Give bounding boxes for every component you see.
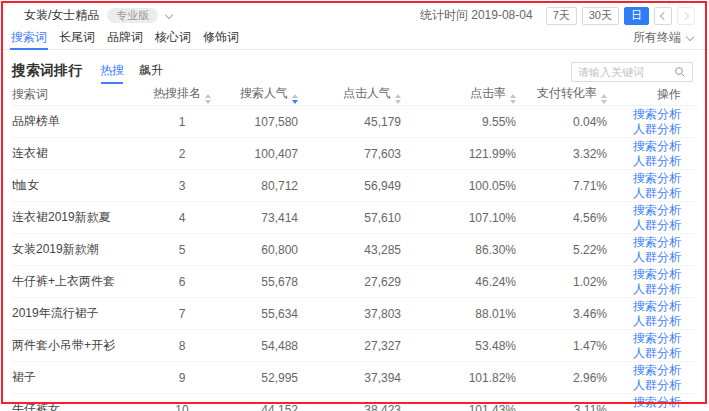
keyword-cell: 两件套小吊带+开衫 (12, 337, 152, 354)
search-analysis-link[interactable]: 搜索分析 (633, 139, 681, 153)
click-rate-cell: 86.30% (401, 243, 516, 257)
table-row: 两件套小吊带+开衫854,48827,32753.48%1.47%搜索分析人群分… (12, 330, 697, 362)
keyword-cell: 牛仔裤女 (12, 401, 152, 411)
table-row: 牛仔裤+上衣两件套655,67827,62946.24%1.02%搜索分析人群分… (12, 266, 697, 298)
action-cell: 搜索分析人群分析 (607, 299, 697, 328)
search-analysis-link[interactable]: 搜索分析 (633, 363, 681, 377)
keyword-search-box[interactable] (571, 62, 693, 82)
pay-conversion-cell: 7.71% (516, 179, 607, 193)
search-analysis-link[interactable]: 搜索分析 (633, 107, 681, 121)
click-popularity-cell: 27,327 (298, 339, 401, 353)
column-header: 搜索词 (12, 86, 152, 103)
terminal-filter[interactable]: 所有终端 (633, 29, 693, 46)
pay-conversion-cell: 0.04% (516, 115, 607, 129)
range-30d-button[interactable]: 30天 (582, 7, 619, 25)
search-popularity-cell: 55,634 (212, 307, 298, 321)
column-header[interactable]: 热搜排名 (152, 85, 212, 104)
action-cell: 搜索分析人群分析 (607, 235, 697, 264)
click-rate-cell: 101.82% (401, 371, 516, 385)
search-input[interactable] (578, 66, 674, 78)
click-popularity-cell: 56,949 (298, 179, 401, 193)
table-header-row: 搜索词热搜排名搜索人气点击人气点击率支付转化率操作 (12, 84, 697, 106)
chevron-right-icon (681, 11, 689, 19)
click-rate-cell: 100.05% (401, 179, 516, 193)
action-cell: 搜索分析人群分析 (607, 139, 697, 168)
table-row: 裙子952,99537,394101.82%2.96%搜索分析人群分析 (12, 362, 697, 394)
range-day-button[interactable]: 日 (624, 7, 649, 25)
column-header[interactable]: 搜索人气 (212, 85, 298, 104)
click-rate-cell: 46.24% (401, 275, 516, 289)
chevron-left-icon (660, 11, 668, 19)
search-analysis-link[interactable]: 搜索分析 (633, 267, 681, 281)
rank-cell: 7 (152, 307, 212, 321)
search-popularity-cell: 54,488 (212, 339, 298, 353)
subtab-hot-search[interactable]: 热搜 (100, 63, 124, 84)
rank-cell: 9 (152, 371, 212, 385)
sort-icon[interactable] (205, 94, 211, 104)
click-popularity-cell: 37,803 (298, 307, 401, 321)
pay-conversion-cell: 4.56% (516, 211, 607, 225)
table-row: 连衣裙2019新款夏473,41457,610107.10%4.56%搜索分析人… (12, 202, 697, 234)
click-popularity-cell: 37,394 (298, 371, 401, 385)
stat-time-label: 统计时间 (420, 8, 468, 22)
click-popularity-cell: 77,603 (298, 147, 401, 161)
keyword-cell: t恤女 (12, 177, 152, 194)
search-analysis-link[interactable]: 搜索分析 (633, 395, 681, 409)
crowd-analysis-link[interactable]: 人群分析 (633, 250, 681, 264)
search-analysis-link[interactable]: 搜索分析 (633, 203, 681, 217)
table-row: 品牌榜单1107,58045,1799.55%0.04%搜索分析人群分析 (12, 106, 697, 138)
search-icon[interactable] (674, 66, 686, 78)
column-header[interactable]: 点击率 (401, 85, 516, 104)
rank-cell: 4 (152, 211, 212, 225)
crowd-analysis-link[interactable]: 人群分析 (633, 122, 681, 136)
search-popularity-cell: 44,152 (212, 403, 298, 411)
chevron-down-icon[interactable] (165, 10, 173, 18)
column-header[interactable]: 点击人气 (298, 85, 401, 104)
tab-search-words[interactable]: 搜索词 (10, 26, 48, 49)
click-popularity-cell: 45,179 (298, 115, 401, 129)
category-title: 女装/女士精品 (24, 7, 99, 24)
click-rate-cell: 9.55% (401, 115, 516, 129)
click-popularity-cell: 27,629 (298, 275, 401, 289)
table-row: 女装2019新款潮560,80043,28586.30%5.22%搜索分析人群分… (12, 234, 697, 266)
click-popularity-cell: 38,423 (298, 403, 401, 411)
action-cell: 搜索分析人群分析 (607, 107, 697, 136)
click-rate-cell: 121.99% (401, 147, 516, 161)
search-analysis-link[interactable]: 搜索分析 (633, 171, 681, 185)
tab-modifier-words[interactable]: 修饰词 (202, 26, 240, 49)
search-analysis-link[interactable]: 搜索分析 (633, 235, 681, 249)
action-cell: 搜索分析人群分析 (607, 171, 697, 200)
search-analysis-link[interactable]: 搜索分析 (633, 331, 681, 345)
prev-date-button[interactable] (654, 7, 672, 25)
crowd-analysis-link[interactable]: 人群分析 (633, 346, 681, 360)
click-rate-cell: 53.48% (401, 339, 516, 353)
rank-cell: 2 (152, 147, 212, 161)
crowd-analysis-link[interactable]: 人群分析 (633, 282, 681, 296)
crowd-analysis-link[interactable]: 人群分析 (633, 154, 681, 168)
crowd-analysis-link[interactable]: 人群分析 (633, 378, 681, 392)
crowd-analysis-link[interactable]: 人群分析 (633, 218, 681, 232)
table-row: t恤女380,71256,949100.05%7.71%搜索分析人群分析 (12, 170, 697, 202)
crowd-analysis-link[interactable]: 人群分析 (633, 314, 681, 328)
action-cell: 搜索分析人群分析 (607, 203, 697, 232)
column-header[interactable]: 支付转化率 (516, 85, 607, 104)
pay-conversion-cell: 2.96% (516, 371, 607, 385)
terminal-filter-label: 所有终端 (633, 29, 681, 46)
range-7d-button[interactable]: 7天 (546, 7, 577, 25)
chevron-down-icon (686, 32, 694, 40)
next-date-button[interactable] (677, 7, 695, 25)
click-popularity-cell: 43,285 (298, 243, 401, 257)
search-popularity-cell: 73,414 (212, 211, 298, 225)
topbar: 女装/女士精品 专业版 统计时间 2019-08-04 7天 30天 日 (0, 0, 709, 26)
tab-core-words[interactable]: 核心词 (154, 26, 192, 49)
pay-conversion-cell: 1.02% (516, 275, 607, 289)
crowd-analysis-link[interactable]: 人群分析 (633, 186, 681, 200)
table-row: 牛仔裤女1044,15238,423101.43%3.11%搜索分析人群分析 (12, 394, 697, 411)
search-popularity-cell: 52,995 (212, 371, 298, 385)
tab-long-tail-words[interactable]: 长尾词 (58, 26, 96, 49)
tab-brand-words[interactable]: 品牌词 (106, 26, 144, 49)
search-analysis-link[interactable]: 搜索分析 (633, 299, 681, 313)
keyword-cell: 裙子 (12, 369, 152, 386)
subtab-rising[interactable]: 飙升 (139, 63, 163, 84)
pay-conversion-cell: 3.11% (516, 403, 607, 411)
